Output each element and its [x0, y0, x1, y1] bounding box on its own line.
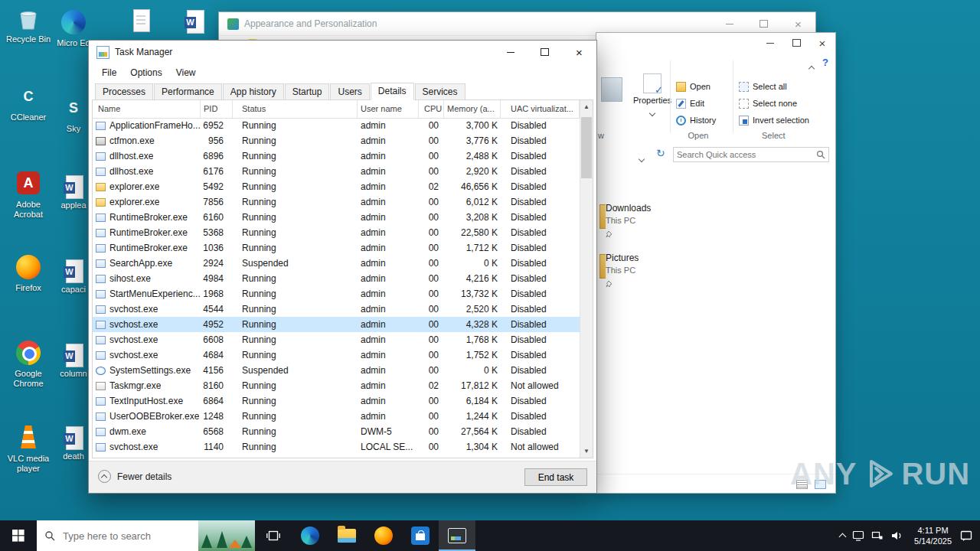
fewer-details-toggle[interactable]: Fewer details	[98, 470, 172, 483]
open-icon	[676, 82, 686, 92]
desktop-icon-word-doc[interactable]: W	[170, 9, 219, 35]
column-header-name[interactable]: Name	[93, 100, 201, 118]
taskbar-search-input[interactable]	[61, 530, 179, 543]
close-button[interactable]: ×	[562, 41, 596, 64]
quick-access-downloads[interactable]: Downloads This PC	[606, 203, 743, 236]
open-button[interactable]: Open	[676, 80, 710, 93]
close-button[interactable]: ×	[809, 33, 835, 53]
desktop-icon-firefox[interactable]: Firefox	[4, 254, 53, 293]
process-row[interactable]: RuntimeBroker.exe 6160 Running admin 00 …	[93, 210, 580, 225]
taskbar-icon-store[interactable]	[402, 520, 439, 551]
column-header-status[interactable]: Status	[233, 100, 358, 118]
scroll-up-icon[interactable]: ▲	[580, 100, 593, 113]
network-tray-icon[interactable]	[871, 530, 884, 542]
taskbar-search-box[interactable]	[37, 520, 255, 551]
scrollbar-thumb[interactable]	[581, 117, 592, 178]
menu-file[interactable]: File	[96, 67, 122, 78]
tab-startup[interactable]: Startup	[285, 83, 330, 100]
display-tray-icon[interactable]	[852, 530, 864, 542]
tab-performance[interactable]: Performance	[154, 83, 222, 100]
process-row[interactable]: SystemSettings.exe 4156 Suspended admin …	[93, 363, 580, 378]
maximize-button[interactable]	[528, 41, 562, 64]
scroll-down-icon[interactable]: ▼	[580, 445, 593, 458]
desktop-icon-label: Micro Ed	[57, 38, 90, 48]
quick-access-pictures[interactable]: Pictures This PC	[606, 253, 743, 286]
properties-button[interactable]: ✓ Properties	[632, 73, 673, 132]
taskbar-icon-task-manager[interactable]	[439, 520, 475, 551]
process-row[interactable]: dwm.exe 6568 Running DWM-5 00 27,564 K D…	[93, 424, 580, 439]
process-cpu-cell: 02	[419, 378, 444, 393]
process-row[interactable]: ApplicationFrameHo... 6952 Running admin…	[93, 118, 580, 133]
process-uac-cell: Disabled	[501, 409, 580, 424]
taskbar-icon-firefox[interactable]	[365, 520, 402, 551]
process-row[interactable]: sihost.exe 4984 Running admin 00 4,216 K…	[93, 271, 580, 286]
process-row[interactable]: RuntimeBroker.exe 5368 Running admin 00 …	[93, 225, 580, 240]
column-header-pid[interactable]: PID	[201, 100, 233, 118]
process-name-cell: UserOOBEBroker.exe	[93, 409, 201, 424]
process-row[interactable]: svchost.exe 1140 Running LOCAL SE... 00 …	[93, 439, 580, 455]
process-row[interactable]: TextInputHost.exe 6864 Running admin 00 …	[93, 393, 580, 409]
desktop-icon-unknown[interactable]	[116, 8, 165, 36]
invert-selection-button[interactable]: Invert selection	[739, 113, 809, 127]
column-header-uac[interactable]: UAC virtualizat...	[501, 100, 580, 118]
show-hidden-icons-button[interactable]	[840, 529, 845, 543]
process-row[interactable]: ctfmon.exe 956 Running admin 00 3,776 K …	[93, 133, 580, 148]
desktop-icon-acrobat[interactable]: A Adobe Acrobat	[4, 170, 53, 220]
column-header-cpu[interactable]: CPU	[419, 100, 444, 118]
column-header-user-name[interactable]: User name	[358, 100, 419, 118]
task-view-button[interactable]	[255, 520, 292, 551]
process-row[interactable]: svchost.exe 4952 Running admin 00 4,328 …	[93, 317, 580, 332]
desktop-icon-recycle-bin[interactable]: Recycle Bin	[4, 6, 53, 44]
desktop-icon-vlc[interactable]: VLC media player	[4, 424, 53, 474]
cropped-ribbon-button[interactable]	[601, 77, 622, 102]
desktop-icon-chrome[interactable]: Google Chrome	[4, 340, 53, 389]
process-name: RuntimeBroker.exe	[109, 210, 188, 225]
process-row[interactable]: svchost.exe 4544 Running admin 00 2,520 …	[93, 302, 580, 317]
select-all-button[interactable]: Select all	[739, 80, 787, 93]
process-row[interactable]: StartMenuExperienc... 1968 Running admin…	[93, 286, 580, 302]
menu-options[interactable]: Options	[124, 67, 168, 78]
address-dropdown-icon[interactable]	[639, 151, 644, 165]
process-row[interactable]: dllhost.exe 6176 Running admin 00 2,920 …	[93, 164, 580, 179]
ribbon-collapse-icon[interactable]	[809, 60, 814, 74]
process-row[interactable]: SearchApp.exe 2924 Suspended admin 00 0 …	[93, 256, 580, 271]
explorer-search-input[interactable]	[674, 150, 816, 159]
tab-processes[interactable]: Processes	[95, 83, 153, 100]
process-row[interactable]: explorer.exe 7856 Running admin 00 6,012…	[93, 194, 580, 210]
process-row[interactable]: explorer.exe 5492 Running admin 02 46,65…	[93, 179, 580, 194]
menu-view[interactable]: View	[170, 67, 202, 78]
process-row[interactable]: svchost.exe 4684 Running admin 00 1,752 …	[93, 347, 580, 363]
process-row[interactable]: Taskmgr.exe 8160 Running admin 02 17,812…	[93, 378, 580, 393]
column-header-memory[interactable]: Memory (a...	[444, 100, 501, 118]
process-row[interactable]: dllhost.exe 6896 Running admin 00 2,488 …	[93, 148, 580, 164]
process-row[interactable]: RuntimeBroker.exe 1036 Running admin 00 …	[93, 240, 580, 256]
help-icon[interactable]: ?	[822, 57, 828, 68]
volume-tray-icon[interactable]	[890, 530, 903, 542]
minimize-button[interactable]	[757, 33, 783, 53]
tab-users[interactable]: Users	[330, 83, 369, 100]
edit-button[interactable]: Edit	[676, 96, 704, 110]
explorer-search-box[interactable]	[673, 147, 829, 162]
process-memory-cell: 27,564 K	[444, 424, 501, 439]
end-task-button[interactable]: End task	[524, 468, 587, 486]
desktop-icon-ccleaner[interactable]: C CCleaner	[4, 84, 53, 122]
refresh-icon[interactable]: ↻	[656, 147, 665, 159]
maximize-button[interactable]	[783, 33, 809, 53]
taskbar-clock[interactable]: 4:11 PM 5/14/2025	[914, 525, 952, 546]
process-row[interactable]: svchost.exe 6608 Running admin 00 1,768 …	[93, 332, 580, 347]
taskbar-icon-edge[interactable]	[292, 520, 328, 551]
minimize-button[interactable]	[493, 41, 528, 64]
select-none-button[interactable]: Select none	[739, 96, 797, 110]
tab-app-history[interactable]: App history	[223, 83, 284, 100]
process-name: svchost.exe	[109, 439, 158, 455]
process-row[interactable]: svchost.exe 1252 Running LOCAL SE... 00 …	[93, 455, 580, 458]
tab-details[interactable]: Details	[371, 83, 414, 100]
vertical-scrollbar[interactable]: ▲ ▼	[580, 100, 593, 458]
history-button[interactable]: History	[676, 113, 716, 127]
process-uac-cell: Disabled	[501, 393, 580, 409]
tab-services[interactable]: Services	[415, 83, 466, 100]
action-center-icon[interactable]	[959, 530, 973, 542]
taskbar-icon-file-explorer[interactable]	[328, 520, 365, 551]
start-button[interactable]	[0, 520, 37, 551]
process-row[interactable]: UserOOBEBroker.exe 1248 Running admin 00…	[93, 409, 580, 424]
